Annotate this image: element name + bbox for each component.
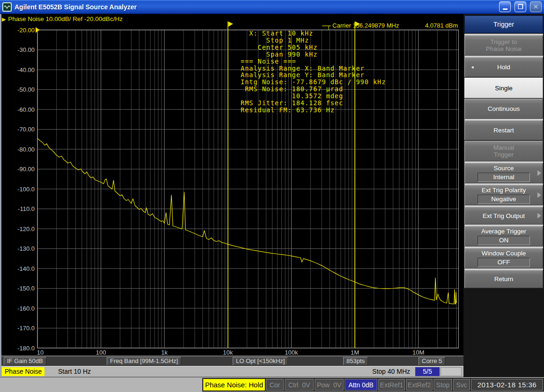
sweep-stop-label: Stop 40 MHz [372,368,410,375]
menu-button-label: Restart [493,127,514,134]
menu-button-label: Return [494,276,514,283]
status-indicator-cor: Cor [266,379,284,391]
menu-button-label: Continuous [488,105,520,112]
datetime-display: 2013-02-18 15:36 [471,379,543,391]
lo-opt-chip: LO Opt [<150kHz] [233,357,288,365]
submenu-arrow-icon [537,213,541,218]
points-chip: 853pts [343,357,368,365]
menu-button-label: Single [495,85,513,92]
menu-button-hold[interactable]: Hold [464,57,543,77]
app-icon [2,2,12,12]
status-indicator-extref2: ExtRef2 [406,379,433,391]
close-button[interactable]: ✕ [530,1,542,12]
status-indicator-pow-0v: Pow 0V [315,379,344,391]
carrier-readout: ─┬ Carrier 156.249879 MHz 4.0781 dBm [322,22,458,29]
measurement-status-badge: Phase Noise: Hold [203,379,265,391]
restore-button[interactable]: ❐ [515,1,526,12]
svg-text:10: 10 [37,349,44,356]
menu-button-value: ON [478,236,530,245]
svg-text:-20.00: -20.00 [17,27,35,34]
svg-text:-30.00: -30.00 [17,46,35,53]
svg-text:-100.0: -100.0 [17,186,35,193]
svg-text:-40.00: -40.00 [17,66,35,73]
status-indicator-stop: Stop [434,379,452,391]
x-axis-labels: 101001k10k100k1M10M [37,349,424,356]
svg-text:-80.00: -80.00 [17,146,35,153]
menu-button-label: Average Trigger [481,228,526,235]
measurement-mode-tab[interactable]: Phase Noise [2,367,44,376]
sweep-start-label: Start 10 Hz [58,368,91,375]
svg-text:-120.0: -120.0 [17,225,35,232]
trace-scale-label: Phase Noise 10.00dB/ Ref -20.00dBc/Hz [8,15,123,22]
status-indicator-zone: Phase Noise: HoldCorCtrl 0VPow 0VAttn 0d… [202,378,544,392]
menu-button-return[interactable]: Return [464,270,543,288]
svg-text:-170.0: -170.0 [17,325,35,332]
svg-text:100k: 100k [285,349,298,356]
correlation-chip: Corre 5 [419,357,445,365]
svg-text:-140.0: -140.0 [17,265,35,272]
submenu-arrow-icon [537,192,541,198]
carrier-frequency: ─┬ Carrier 156.249879 MHz [322,22,399,29]
submenu-arrow-icon [537,170,541,176]
svg-text:10M: 10M [412,349,424,356]
menu-button-source[interactable]: SourceInternal [464,163,543,183]
svg-text:1k: 1k [161,349,168,356]
svg-text:-180.0: -180.0 [17,345,35,352]
phase-noise-panel: -20.00-30.00-40.00-50.00-60.00-70.00-80.… [0,14,463,377]
menu-button-label: Ext Trig Polarity [482,187,526,194]
svg-text:-110.0: -110.0 [18,205,35,212]
menu-button-continuous[interactable]: Continuous [464,99,543,119]
page-stepper[interactable] [441,367,462,376]
svg-text:-130.0: -130.0 [17,245,35,252]
window-page-indicator[interactable]: 5/5 [415,367,440,376]
selected-radio-icon [471,65,475,69]
svg-text:10k: 10k [223,349,233,356]
status-indicator-attn-0db: Attn 0dB [345,379,377,391]
menu-button-value: Negative [478,195,530,204]
menu-button-average-trigger[interactable]: Average TriggerON [464,226,543,247]
band-marker-flag-icon [228,22,233,27]
freq-band-chip: Freq Band [99M-1.5GHz] [107,357,181,365]
menu-button-ext-trig-polarity[interactable]: Ext Trig PolarityNegative [464,185,543,205]
menu-button-value: OFF [478,258,530,267]
svg-text:1M: 1M [351,349,359,356]
menu-button-value: Internal [478,173,530,182]
svg-text:-50.00: -50.00 [17,86,35,93]
menu-button-manual-trigger: Manual Trigger [464,141,543,161]
sweep-range-bar: Phase Noise Start 10 Hz Stop 40 MHz 5/5 [0,366,463,377]
status-indicator-svc: Svc [453,379,470,391]
menu-title: Trigger [464,15,543,33]
svg-text:-60.00: -60.00 [17,106,35,113]
trace-marker-icon: ▶ [2,16,6,22]
menu-button-label: Source [494,165,514,172]
settings-bar: IF Gain 50dB Freq Band [99M-1.5GHz] LO O… [0,356,463,366]
menu-button-label: Trigger to Phase Noise [486,38,522,52]
svg-text:100: 100 [96,349,106,356]
if-gain-chip: IF Gain 50dB [4,357,46,365]
menu-button-label: Window Couple [482,250,526,257]
menu-button-ext-trig-output[interactable]: Ext Trig Output [464,207,543,225]
phase-noise-chart: -20.00-30.00-40.00-50.00-60.00-70.00-80.… [0,14,463,356]
menu-button-trigger-to-phase-noise: Trigger to Phase Noise [464,35,543,56]
menu-button-label: Manual Trigger [493,144,514,158]
window-left-border [0,14,1,377]
y-axis-labels: -20.00-30.00-40.00-50.00-60.00-70.00-80.… [17,27,40,352]
window-title: Agilent E5052B Signal Source Analyzer [15,3,495,11]
minimize-button[interactable] [499,1,511,12]
menu-button-label: Ext Trig Output [483,212,525,219]
svg-text:-160.0: -160.0 [17,305,35,312]
menu-button-label: Hold [497,64,510,71]
noise-analysis-text: X: Start 10 kHz Stop 1 MHz Center 505 kH… [241,30,386,114]
band-marker[interactable] [228,22,233,348]
menu-button-restart[interactable]: Restart [464,120,543,140]
svg-text:-150.0: -150.0 [17,285,35,292]
carrier-power: 4.0781 dBm [425,22,458,29]
carrier-marker-icon: ─┬ [322,22,331,29]
softkey-menu: Trigger Trigger to Phase NoiseHoldSingle… [463,14,544,377]
menu-button-window-couple[interactable]: Window CoupleOFF [464,248,543,269]
trace-header: ▶ Phase Noise 10.00dB/ Ref -20.00dBc/Hz [2,15,123,22]
menu-button-single[interactable]: Single [464,78,543,98]
status-indicator-extref1: ExtRef1 [378,379,405,391]
svg-text:-70.00: -70.00 [17,126,35,133]
status-bar: Phase Noise: HoldCorCtrl 0VPow 0VAttn 0d… [0,377,544,392]
